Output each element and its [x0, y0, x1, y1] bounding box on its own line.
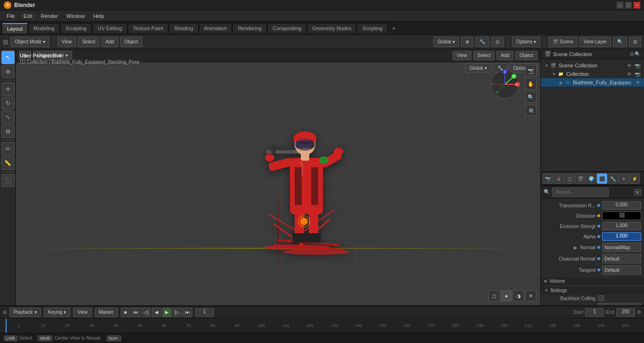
- viewport-object-menu[interactable]: Object: [515, 51, 537, 60]
- settings-section[interactable]: ▼ Settings: [541, 286, 644, 294]
- tab-texture-paint[interactable]: Texture Paint: [128, 23, 168, 33]
- world-props-icon[interactable]: 🌍: [586, 173, 596, 184]
- tab-animation[interactable]: Animation: [199, 23, 232, 33]
- filter-btn[interactable]: ⊟: [629, 37, 641, 47]
- backface-culling-checkbox[interactable]: [598, 295, 604, 301]
- transform-tool[interactable]: ⊞: [1, 125, 15, 138]
- tab-modeling[interactable]: Modeling: [28, 23, 60, 33]
- collection-eye-icon[interactable]: 👁: [627, 72, 632, 77]
- tree-item-scene-collection[interactable]: ▼ 🎬 Scene Collection 👁 📷: [541, 61, 644, 70]
- search-btn[interactable]: 🔍: [613, 37, 627, 47]
- go-to-start-btn[interactable]: ⏮: [131, 308, 140, 317]
- scene-eye-icon[interactable]: 👁: [627, 63, 632, 68]
- collection-render-icon[interactable]: 📷: [635, 72, 640, 77]
- select-menu[interactable]: Select: [78, 37, 99, 47]
- scene-select[interactable]: 🎬 Scene: [548, 37, 577, 47]
- solid-mode-btn[interactable]: ●: [501, 290, 512, 302]
- tab-rendering[interactable]: Rendering: [232, 23, 267, 33]
- volume-section[interactable]: ▶ Volume: [541, 277, 644, 285]
- viewport-view-menu[interactable]: View: [453, 51, 471, 60]
- properties-filter-btn[interactable]: ▾: [634, 189, 641, 196]
- menu-file[interactable]: File: [3, 12, 19, 20]
- viewport-camera-btn[interactable]: 📷: [525, 65, 537, 76]
- options-btn[interactable]: Options ▾: [512, 37, 540, 47]
- outliner-search-icon[interactable]: 🔍: [635, 51, 640, 57]
- timeline-ruler[interactable]: 1 10 20 30 40 50 60 70 80 90 100 110 120…: [0, 318, 644, 333]
- object-menu[interactable]: Object: [120, 37, 142, 47]
- add-cube-tool[interactable]: ⬛: [1, 174, 15, 187]
- view-layer-select[interactable]: View Layer: [579, 37, 611, 47]
- emission-color-field[interactable]: ⬛: [602, 212, 641, 220]
- render-props-icon[interactable]: 📷: [543, 173, 553, 184]
- add-menu[interactable]: Add: [101, 37, 118, 47]
- annotate-tool[interactable]: ✏: [1, 142, 15, 155]
- viewport[interactable]: ⊞ Object Mode ▾ View Select Add Object G…: [16, 49, 540, 305]
- menu-help[interactable]: Help: [90, 12, 108, 20]
- minimize-button[interactable]: −: [617, 2, 623, 8]
- tab-geometry-nodes[interactable]: Geometry Nodes: [307, 23, 356, 33]
- object-props-icon[interactable]: ⬛: [597, 173, 607, 184]
- output-props-icon[interactable]: 🖨: [553, 173, 564, 184]
- select-tool[interactable]: ↖: [1, 51, 15, 64]
- timeline-settings-icon[interactable]: ⚙: [637, 310, 641, 315]
- emission-strength-field[interactable]: 1.000: [602, 222, 641, 230]
- tab-shading[interactable]: Shading: [169, 23, 198, 33]
- tab-sculpting[interactable]: Sculpting: [60, 23, 92, 33]
- move-tool[interactable]: ✛: [1, 82, 15, 96]
- next-keyframe-btn[interactable]: |▷: [173, 308, 182, 317]
- viewport-hand-btn[interactable]: ✋: [525, 78, 537, 90]
- current-frame-display[interactable]: 1: [195, 308, 214, 317]
- object-mode-dropdown[interactable]: Object Mode ▾: [10, 37, 50, 47]
- particles-props-icon[interactable]: ✦: [619, 173, 629, 184]
- add-workspace-button[interactable]: +: [388, 23, 399, 34]
- tab-layout[interactable]: Layout: [2, 23, 28, 33]
- keying-dropdown[interactable]: Keying ▾: [44, 308, 71, 317]
- tab-scripting[interactable]: Scripting: [357, 23, 388, 33]
- alpha-field[interactable]: 1.000: [602, 232, 641, 241]
- view-menu[interactable]: View: [58, 37, 76, 47]
- proportional-btn[interactable]: ◎: [491, 37, 504, 47]
- tree-item-biathlete[interactable]: ▶ ⚙ Biathlete_Fully_Equippec 👁: [541, 78, 644, 87]
- view-layer-props-icon[interactable]: ◫: [564, 173, 575, 184]
- viewport-add-menu[interactable]: Add: [496, 51, 513, 60]
- viewport-global-dropdown[interactable]: Global ▾: [465, 63, 491, 73]
- playback-dropdown[interactable]: Playback ▾: [9, 308, 41, 317]
- rotate-tool[interactable]: ↻: [1, 97, 15, 110]
- orientation-gizmo[interactable]: X Y Z: [488, 68, 521, 101]
- material-mode-btn[interactable]: ◑: [513, 290, 524, 302]
- transmission-field[interactable]: 0.000: [602, 201, 641, 210]
- transform-btn[interactable]: ⊕: [461, 37, 473, 47]
- end-frame-field[interactable]: 250: [616, 308, 635, 317]
- scale-tool[interactable]: ⤡: [1, 111, 15, 124]
- scene-props-icon[interactable]: 🎬: [575, 173, 586, 184]
- measure-tool[interactable]: 📏: [1, 156, 15, 170]
- tab-compositing[interactable]: Compositing: [267, 23, 306, 33]
- stop-btn[interactable]: ■: [121, 308, 130, 317]
- tangent-select[interactable]: Default: [602, 265, 641, 275]
- modifier-props-icon[interactable]: 🔧: [608, 173, 618, 184]
- tab-uv-editing[interactable]: UV Editing: [92, 23, 127, 33]
- normal-select[interactable]: Normal/Map: [602, 243, 641, 252]
- properties-search-input[interactable]: [552, 188, 609, 197]
- maximize-button[interactable]: □: [625, 2, 632, 8]
- close-button[interactable]: ×: [634, 2, 640, 8]
- biathlete-eye-icon[interactable]: 👁: [636, 80, 640, 85]
- snap-btn[interactable]: 🔧: [475, 37, 489, 47]
- viewport-zoom-btn[interactable]: 🔍: [525, 91, 537, 103]
- tree-item-collection[interactable]: ▼ 📁 Collection 👁 📷: [541, 70, 644, 78]
- timeline-view-menu[interactable]: View: [73, 308, 92, 317]
- render-mode-btn[interactable]: ☀: [525, 290, 537, 302]
- marker-menu[interactable]: Marker: [95, 308, 118, 317]
- play-reverse-btn[interactable]: ◀: [152, 308, 161, 317]
- menu-render[interactable]: Render: [37, 12, 62, 20]
- viewport-select-menu[interactable]: Select: [473, 51, 495, 60]
- clearcoat-normal-select[interactable]: Default: [602, 254, 641, 263]
- cursor-tool[interactable]: ⊕: [1, 65, 15, 78]
- physics-props-icon[interactable]: ⚡: [629, 173, 640, 184]
- viewport-grid-btn[interactable]: ⊞: [525, 105, 537, 116]
- global-dropdown[interactable]: Global ▾: [433, 37, 459, 47]
- scene-render-icon[interactable]: 📷: [635, 63, 640, 68]
- menu-window[interactable]: Window: [63, 12, 89, 20]
- menu-edit[interactable]: Edit: [20, 12, 36, 20]
- wireframe-mode-btn[interactable]: ◻: [488, 290, 500, 302]
